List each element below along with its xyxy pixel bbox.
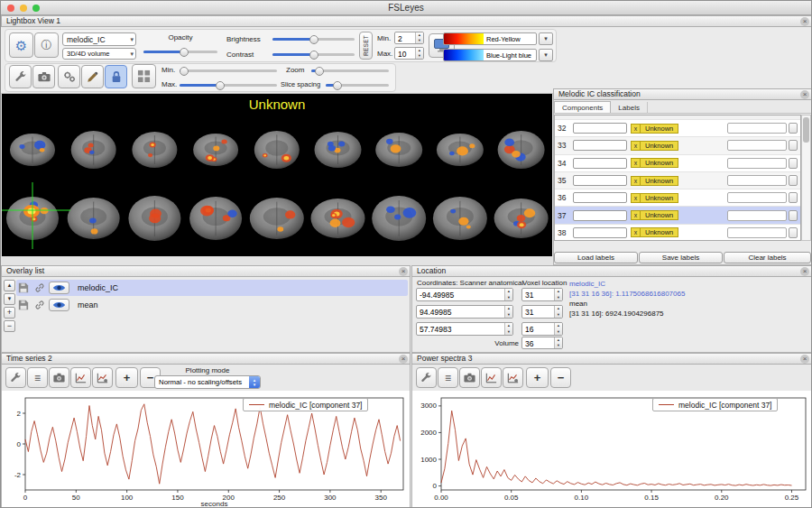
toggle-overlay-visibility-button[interactable] bbox=[49, 282, 69, 294]
overlay-display-settings-button[interactable]: ⚙ bbox=[9, 32, 33, 58]
remove-label-button[interactable]: x bbox=[631, 227, 641, 237]
lightbox-panel-close-button[interactable]: × bbox=[800, 17, 809, 26]
ps-remove-series-button[interactable]: − bbox=[550, 367, 571, 388]
zoom-slider[interactable] bbox=[311, 69, 389, 72]
overlay-row[interactable]: mean bbox=[16, 297, 408, 313]
volume-spinbox[interactable]: 36▴▾ bbox=[521, 337, 563, 349]
voxel-y-spinbox[interactable]: 31▴▾ bbox=[521, 305, 563, 319]
slider-knob[interactable] bbox=[180, 48, 189, 57]
stepper-buttons[interactable]: ▴▾ bbox=[554, 289, 562, 300]
scrollbar-thumb[interactable] bbox=[803, 117, 809, 143]
row-dropdown-button[interactable] bbox=[789, 140, 798, 151]
location-panel-header[interactable]: Location × bbox=[411, 265, 812, 277]
negative-colormap-select[interactable]: Blue-Light blue bbox=[443, 49, 537, 61]
ts-plot-settings-button[interactable] bbox=[5, 367, 26, 388]
melodic-panel-close-button[interactable]: × bbox=[800, 90, 809, 99]
row-dropdown-button[interactable] bbox=[789, 158, 798, 169]
ps-screenshot-button[interactable] bbox=[459, 367, 480, 388]
row-dropdown-button[interactable] bbox=[789, 123, 798, 134]
save-overlay-button[interactable] bbox=[16, 299, 31, 311]
stepper-buttons[interactable]: ▴▾ bbox=[504, 289, 512, 300]
lock-location-button[interactable] bbox=[105, 65, 127, 88]
overlay-down-button[interactable]: ▼ bbox=[4, 293, 15, 305]
save-labels-button[interactable]: Save labels bbox=[639, 252, 723, 263]
scene-settings-button[interactable] bbox=[58, 65, 80, 88]
slider-knob[interactable] bbox=[309, 51, 318, 60]
overlay-up-button[interactable]: ▲ bbox=[4, 280, 15, 291]
overlay-row[interactable]: melodic_IC bbox=[16, 280, 408, 296]
ts-export-data-button[interactable] bbox=[92, 367, 113, 388]
component-label-input[interactable] bbox=[573, 192, 627, 203]
component-row[interactable]: 35xUnknown bbox=[555, 172, 800, 189]
location-panel-close-button[interactable]: × bbox=[800, 267, 809, 276]
brightness-slider[interactable] bbox=[272, 38, 355, 41]
tab-labels[interactable]: Labels bbox=[611, 102, 648, 114]
new-label-combo[interactable] bbox=[727, 175, 787, 186]
row-dropdown-button[interactable] bbox=[789, 210, 798, 221]
component-label-input[interactable] bbox=[573, 175, 627, 186]
row-dropdown-button[interactable] bbox=[789, 175, 798, 186]
ps-export-data-button[interactable] bbox=[503, 367, 523, 388]
reset-display-button[interactable]: RESET bbox=[359, 32, 373, 60]
slider-knob[interactable] bbox=[333, 81, 342, 90]
remove-label-button[interactable]: x bbox=[631, 176, 641, 186]
screenshot-button[interactable] bbox=[32, 65, 55, 88]
stepper-buttons[interactable]: ▴▾ bbox=[415, 32, 423, 43]
slider-knob[interactable] bbox=[315, 67, 324, 76]
toggle-overlay-visibility-button[interactable] bbox=[49, 299, 69, 311]
edit-mode-button[interactable] bbox=[81, 65, 104, 88]
component-list[interactable]: 32xUnknown33xUnknown34xUnknown35xUnknown… bbox=[554, 115, 801, 241]
ts-import-data-button[interactable] bbox=[70, 367, 91, 388]
remove-label-button[interactable]: x bbox=[631, 141, 641, 151]
view-settings-button[interactable] bbox=[9, 65, 32, 88]
row-dropdown-button[interactable] bbox=[789, 192, 798, 203]
component-label-input[interactable] bbox=[573, 227, 627, 238]
component-list-scrollbar[interactable] bbox=[801, 115, 811, 241]
overlay-list-header[interactable]: Overlay list × bbox=[1, 265, 411, 277]
slice-spacing-slider[interactable] bbox=[326, 84, 389, 87]
zmin-slider[interactable] bbox=[180, 69, 277, 72]
load-labels-button[interactable]: Load labels bbox=[554, 252, 638, 263]
save-overlay-button[interactable] bbox=[16, 282, 31, 294]
stepper-buttons[interactable]: ▴▾ bbox=[554, 323, 562, 335]
ts-screenshot-button[interactable] bbox=[49, 367, 69, 388]
overlay-info-button[interactable]: ⓘ bbox=[34, 32, 59, 58]
new-label-combo[interactable] bbox=[727, 123, 787, 134]
link-overlay-button[interactable] bbox=[32, 282, 47, 294]
ps-plot-settings-button[interactable] bbox=[416, 367, 437, 388]
display-max-spinbox[interactable]: 10▴▾ bbox=[394, 47, 424, 60]
timeseries-panel-header[interactable]: Time series 2 × bbox=[1, 353, 411, 365]
powerspectra-panel-header[interactable]: Power spectra 3 × bbox=[411, 353, 812, 365]
overlay-list-close-button[interactable]: × bbox=[399, 267, 408, 276]
overlay-type-select[interactable]: 3D/4D volume▾ bbox=[62, 48, 136, 60]
component-label-input[interactable] bbox=[573, 140, 627, 151]
component-row[interactable]: 32xUnknown bbox=[555, 120, 800, 137]
colormap-select[interactable]: Red-Yellow bbox=[443, 32, 537, 45]
ts-list-button[interactable]: ≡ bbox=[27, 367, 48, 388]
clear-labels-button[interactable]: Clear labels bbox=[724, 252, 811, 263]
remove-label-button[interactable]: x bbox=[631, 158, 641, 168]
remove-label-button[interactable]: x bbox=[631, 193, 641, 203]
ts-add-series-button[interactable]: + bbox=[115, 367, 138, 388]
stepper-buttons[interactable]: ▴▾ bbox=[554, 337, 562, 348]
voxel-x-spinbox[interactable]: 31▴▾ bbox=[521, 288, 563, 301]
slider-knob[interactable] bbox=[309, 35, 318, 44]
display-min-spinbox[interactable]: 2▴▾ bbox=[394, 32, 424, 44]
timeseries-panel-close-button[interactable]: × bbox=[399, 355, 408, 364]
negative-colormap-dropdown-button[interactable]: ▾ bbox=[539, 49, 553, 61]
contrast-slider[interactable] bbox=[272, 53, 355, 56]
lightbox-canvas[interactable]: Unknown bbox=[2, 94, 552, 256]
powerspectra-panel-close-button[interactable]: × bbox=[800, 355, 809, 364]
row-dropdown-button[interactable] bbox=[789, 227, 798, 238]
world-x-spinbox[interactable]: -94.49985▴▾ bbox=[416, 288, 513, 301]
component-row[interactable]: 34xUnknown bbox=[555, 155, 800, 172]
add-overlay-button[interactable]: + bbox=[4, 307, 15, 319]
stepper-buttons[interactable]: ▴▾ bbox=[504, 306, 512, 318]
melodic-panel-header[interactable]: Melodic IC classification × bbox=[553, 88, 812, 100]
lightbox-mode-button[interactable] bbox=[132, 64, 156, 88]
slider-knob[interactable] bbox=[216, 81, 225, 90]
link-overlay-button[interactable] bbox=[32, 299, 47, 311]
ps-add-series-button[interactable]: + bbox=[526, 367, 549, 388]
component-row[interactable]: 38xUnknown bbox=[555, 225, 800, 241]
slider-knob[interactable] bbox=[180, 67, 189, 76]
